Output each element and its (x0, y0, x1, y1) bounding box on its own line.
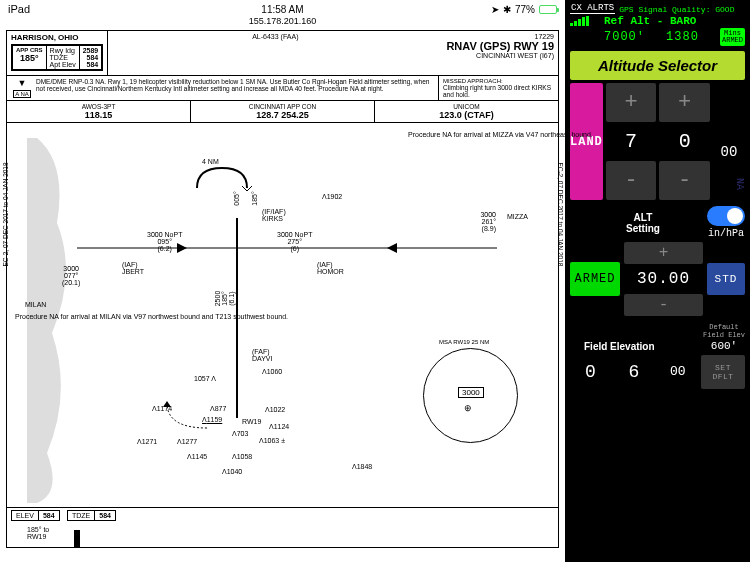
alt-hundreds-minus-button[interactable]: - (659, 161, 710, 200)
baro-plus-button[interactable]: + (624, 242, 703, 264)
fix-milan: MILAN (25, 301, 46, 308)
frequency-row: AWOS-3PT118.15 CINCINNATI APP CON128.7 2… (6, 101, 559, 123)
unit-label: in/hPa (708, 228, 744, 239)
altitude-picker: LAND + 7 - + 0 - 00 NA (570, 83, 745, 200)
cx-alerts-button[interactable]: CX ALRTS (570, 4, 615, 14)
ref-alt-label: Ref Alt - BARO (604, 15, 696, 27)
fix-kirks: (IF/IAF) KIRKS (262, 208, 286, 222)
alt-thousands-plus-button[interactable]: + (606, 83, 657, 122)
clock: 11:58 AM (261, 4, 303, 15)
alt-hundreds-plus-button[interactable]: + (659, 83, 710, 122)
runway-icon (62, 530, 92, 548)
note-northeast: Procedure NA for arrival at MIZZA via V4… (408, 131, 528, 138)
missed-turn-icon (157, 393, 217, 433)
alt-tens-value: 00 (713, 138, 745, 166)
chart-subtitle: CINCINNATI WEST (I67) (446, 52, 554, 59)
altitude-readout: 7000' (604, 30, 645, 44)
ios-status-bar: iPad 11:58 AM ➤ ✱ 77% (0, 0, 565, 18)
gps-quality-label: GPS Signal Quality: GOOD (619, 5, 734, 14)
baro-value: 30.00 (624, 266, 703, 292)
edge-date-right: EC-2, 07 DEC 2017 to 04 JAN 2018 (557, 162, 564, 266)
chart-header: HARRISON, OHIO APP CRS 185° Rwy Idg TDZE… (6, 30, 559, 76)
missed-approach-text: Climbing right turn 3000 direct KIRKS an… (443, 84, 554, 98)
elev-box: ELEV584 (11, 510, 60, 521)
chart-notes: DME/DME RNP-0.3 NA. Rwy 1, 19 helicopter… (33, 78, 434, 98)
fe-thousands-value[interactable]: 0 (570, 359, 611, 385)
signal-bars-icon (570, 16, 600, 26)
alt-setting-label: ALT Setting (626, 212, 660, 234)
approach-chart-panel[interactable]: iPad 11:58 AM ➤ ✱ 77% 155.178.201.160 HA… (0, 0, 565, 562)
warning-icon: ▼ (18, 78, 27, 88)
na-icon: A NA (13, 90, 31, 98)
rwy-heading-note: 185° to RW19 (27, 526, 49, 540)
notes-row: ▼ A NA DME/DME RNP-0.3 NA. Rwy 1, 19 hel… (6, 76, 559, 101)
fix-jbert: (IAF) JBERT (122, 261, 144, 275)
armed-button[interactable]: ARMED (570, 262, 620, 296)
land-button[interactable]: LAND (570, 83, 603, 200)
app-crs-value: 185° (16, 53, 43, 63)
fix-homor: (IAF) HOMOR (317, 261, 344, 275)
note-southwest: Procedure NA for arrival at MILAN via V9… (15, 313, 165, 320)
field-elevation-label: Field Elevation (570, 341, 655, 352)
al-code: AL-6433 (FAA) (112, 33, 438, 40)
holding-pattern-icon (187, 163, 257, 203)
na-indicator: NA (713, 168, 745, 200)
altitude-selector-button[interactable]: Altitude Selector (570, 51, 745, 80)
device-label: iPad (8, 3, 30, 15)
mins-armed-badge[interactable]: Mins ARMED (720, 28, 745, 46)
final-course-line (235, 218, 239, 418)
msa-center-icon: ⊕ (464, 403, 472, 413)
alt-thousands-minus-button[interactable]: - (606, 161, 657, 200)
profile-view: ELEV584 TDZE584 185° to RW19 (6, 508, 559, 548)
plan-view[interactable]: EC-2, 07 DEC 2017 to 04 JAN 2018 EC-2, 0… (6, 123, 559, 508)
fe-hundreds-value[interactable]: 6 (614, 359, 655, 385)
fix-mizza: MIZZA (507, 213, 528, 220)
chart-number: 17229 (446, 33, 554, 40)
msa-circle: MSA RW19 25 NM 3000 ⊕ (423, 348, 518, 443)
battery-pct: 77% (515, 4, 535, 15)
alt-thousands-value: 7 (606, 124, 657, 159)
location-name: HARRISON, OHIO (11, 33, 103, 42)
std-button[interactable]: STD (707, 263, 745, 295)
default-field-elev-label: Default Field Elev 600' (703, 324, 745, 351)
unit-toggle[interactable] (707, 206, 745, 226)
edge-date-left: EC-2, 07 DEC 2017 to 04 JAN 2018 (2, 162, 9, 266)
alt-hundreds-value: 0 (659, 124, 710, 159)
location-icon: ➤ (491, 4, 499, 15)
battery-icon (539, 5, 557, 14)
set-default-button[interactable]: SET DFLT (701, 355, 745, 389)
tdze-box: TDZE584 (67, 510, 116, 521)
baro-minus-button[interactable]: - (624, 294, 703, 316)
rw19-label: RW19 (242, 418, 261, 425)
bluetooth-icon: ✱ (503, 4, 511, 15)
baro-readout: 1380 (666, 30, 699, 44)
fe-tens-value[interactable]: 00 (657, 361, 698, 382)
chart-title: RNAV (GPS) RWY 19 (446, 40, 554, 52)
svg-rect-2 (74, 530, 80, 548)
alt-1902: Λ1902 (322, 193, 342, 200)
fix-dayvi: (FAF) DAYVI (252, 348, 273, 362)
altitude-control-panel: CX ALRTS GPS Signal Quality: GOOD Ref Al… (565, 0, 750, 562)
